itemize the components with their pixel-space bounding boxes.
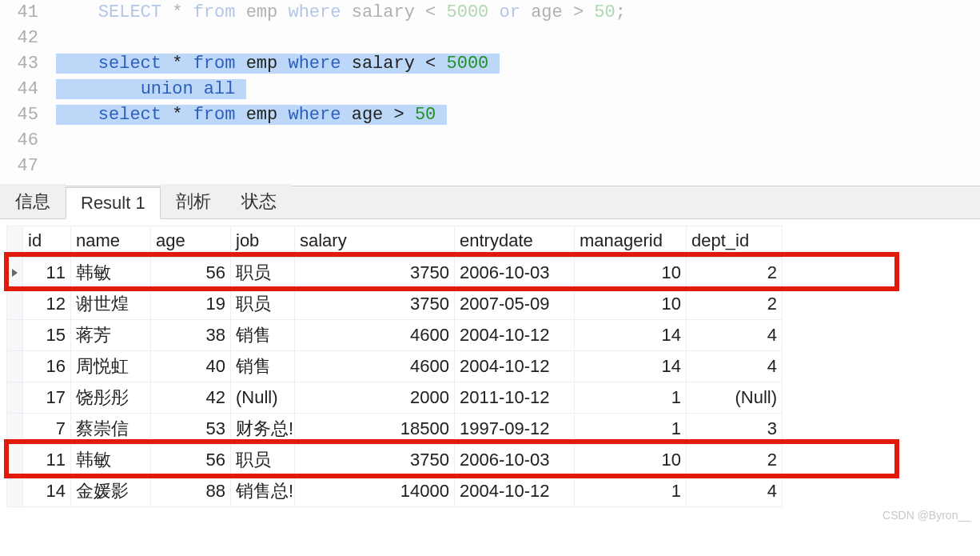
col-id[interactable]: id [23,226,71,257]
cell-name[interactable]: 蔡崇信 [71,413,151,444]
col-name[interactable]: name [71,226,151,257]
cell-managerid[interactable]: 10 [575,288,687,319]
code-content[interactable] [56,128,980,154]
cell-entrydate[interactable]: 2006-10-03 [455,257,575,289]
editor-line[interactable]: 43 select * from emp where salary < 5000 [0,51,980,77]
cell-salary[interactable]: 4600 [295,350,455,382]
editor-line[interactable]: 47 [0,154,980,179]
cell-entrydate[interactable]: 2011-10-12 [455,382,575,413]
cell-id[interactable]: 16 [23,350,71,382]
cell-id[interactable]: 12 [23,288,71,319]
cell-name[interactable]: 韩敏 [71,257,151,289]
editor-line[interactable]: 44 union all [0,77,980,102]
cell-entrydate[interactable]: 2006-10-03 [455,444,575,475]
table-row[interactable]: 16周悦虹40销售46002004-10-12144 [7,350,783,382]
cell-dept_id[interactable]: 4 [687,319,783,350]
cell-managerid[interactable]: 1 [575,382,687,413]
col-managerid[interactable]: managerid [575,226,687,257]
code-content[interactable] [56,154,980,179]
cell-entrydate[interactable]: 2004-10-12 [455,475,575,506]
row-handle[interactable] [7,475,23,506]
row-handle[interactable] [7,350,23,382]
code-content[interactable]: select * from emp where age > 50 [56,102,980,128]
cell-name[interactable]: 蒋芳 [71,319,151,350]
cell-entrydate[interactable]: 2004-10-12 [455,319,575,350]
cell-id[interactable]: 14 [23,475,71,506]
sql-editor[interactable]: 41 SELECT * from emp where salary < 5000… [0,0,980,186]
cell-age[interactable]: 56 [151,257,231,289]
cell-managerid[interactable]: 14 [575,319,687,350]
cell-entrydate[interactable]: 1997-09-12 [455,413,575,444]
cell-dept_id[interactable]: 2 [687,444,783,475]
col-age[interactable]: age [151,226,231,257]
tab-2[interactable]: 剖析 [161,184,226,218]
cell-dept_id[interactable]: 4 [687,475,783,506]
row-handle[interactable] [7,382,23,413]
cell-id[interactable]: 7 [23,413,71,444]
cell-name[interactable]: 谢世煌 [71,288,151,319]
cell-salary[interactable]: 3750 [295,257,455,289]
editor-line[interactable]: 45 select * from emp where age > 50 [0,102,980,128]
cell-job[interactable]: 职员 [231,288,295,319]
code-content[interactable]: SELECT * from emp where salary < 5000 or… [56,0,980,26]
cell-dept_id[interactable]: 3 [687,413,783,444]
cell-job[interactable]: 销售 [231,350,295,382]
cell-id[interactable]: 17 [23,382,71,413]
cell-name[interactable]: 周悦虹 [71,350,151,382]
code-content[interactable]: select * from emp where salary < 5000 [56,51,980,77]
tab-3[interactable]: 状态 [226,184,292,218]
cell-dept_id[interactable]: 2 [687,257,783,289]
code-content[interactable] [56,26,980,51]
tab-1[interactable]: Result 1 [66,187,161,219]
cell-entrydate[interactable]: 2004-10-12 [455,350,575,382]
row-handle[interactable] [7,444,23,475]
cell-id[interactable]: 11 [23,257,71,289]
table-row[interactable]: 17饶彤彤42(Null)20002011-10-121(Null) [7,382,783,413]
editor-line[interactable]: 42 [0,26,980,51]
cell-dept_id[interactable]: 2 [687,288,783,319]
tab-0[interactable]: 信息 [0,184,66,218]
cell-name[interactable]: 韩敏 [71,444,151,475]
code-content[interactable]: union all [56,77,980,102]
cell-salary[interactable]: 18500 [295,413,455,444]
cell-job[interactable]: (Null) [231,382,295,413]
cell-managerid[interactable]: 1 [575,475,687,506]
cell-salary[interactable]: 4600 [295,319,455,350]
cell-job[interactable]: 财务总! [231,413,295,444]
row-handle[interactable] [7,257,23,289]
cell-entrydate[interactable]: 2007-05-09 [455,288,575,319]
cell-id[interactable]: 15 [23,319,71,350]
result-table[interactable]: idnameagejobsalaryentrydatemanageriddept… [6,226,783,507]
table-row[interactable]: 12谢世煌19职员37502007-05-09102 [7,288,783,319]
cell-salary[interactable]: 3750 [295,288,455,319]
table-row[interactable]: 14金媛影88销售总!140002004-10-1214 [7,475,783,506]
cell-name[interactable]: 饶彤彤 [71,382,151,413]
cell-dept_id[interactable]: (Null) [687,382,783,413]
col-entrydate[interactable]: entrydate [455,226,575,257]
editor-line[interactable]: 41 SELECT * from emp where salary < 5000… [0,0,980,26]
row-handle[interactable] [7,319,23,350]
col-dept_id[interactable]: dept_id [687,226,783,257]
row-handle[interactable] [7,413,23,444]
cell-age[interactable]: 56 [151,444,231,475]
cell-job[interactable]: 职员 [231,257,295,289]
cell-id[interactable]: 11 [23,444,71,475]
cell-managerid[interactable]: 10 [575,444,687,475]
cell-managerid[interactable]: 14 [575,350,687,382]
table-row[interactable]: 7蔡崇信53财务总!185001997-09-1213 [7,413,783,444]
col-salary[interactable]: salary [295,226,455,257]
row-handle[interactable] [7,288,23,319]
editor-line[interactable]: 46 [0,128,980,154]
cell-salary[interactable]: 2000 [295,382,455,413]
cell-name[interactable]: 金媛影 [71,475,151,506]
cell-age[interactable]: 88 [151,475,231,506]
cell-managerid[interactable]: 10 [575,257,687,289]
cell-job[interactable]: 销售 [231,319,295,350]
table-row[interactable]: 11韩敏56职员37502006-10-03102 [7,444,783,475]
cell-job[interactable]: 销售总! [231,475,295,506]
table-row[interactable]: 11韩敏56职员37502006-10-03102 [7,257,783,289]
cell-age[interactable]: 38 [151,319,231,350]
col-job[interactable]: job [231,226,295,257]
cell-dept_id[interactable]: 4 [687,350,783,382]
cell-salary[interactable]: 3750 [295,444,455,475]
